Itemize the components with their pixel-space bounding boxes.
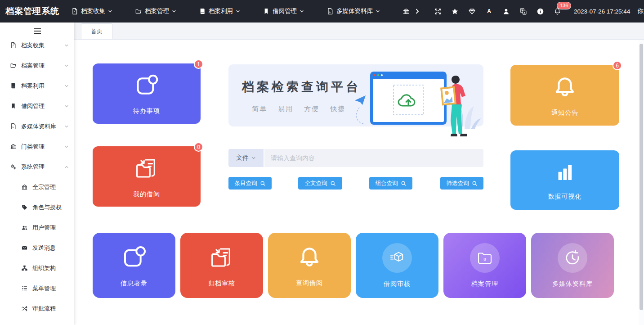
tile-my-borrow[interactable]: 0 我的借阅 [93, 146, 201, 207]
list-icon [21, 285, 28, 292]
top-menu: 档案收集 档案管理 档案利用 借阅管理 多媒体资料库 门类管理 [71, 7, 411, 15]
nav-item-archive-usage[interactable]: 档案利用 [199, 7, 240, 15]
sidebar-item-send-message[interactable]: 发送消息 [0, 238, 74, 258]
chevron-down-icon [172, 9, 176, 14]
chevron-down-icon [64, 144, 69, 149]
bell-icon [551, 74, 579, 102]
sidebar-item-multimedia-library[interactable]: 多媒体资料库 [0, 116, 74, 136]
tag-icon [21, 204, 28, 211]
sidebar-item-user-management[interactable]: 用户管理 [0, 217, 74, 238]
tab-bar: 首页 [74, 23, 644, 40]
sidebar-menu: 档案收集 档案管理 档案利用 借阅管理 多媒体资料库 门类管理 [0, 35, 74, 319]
nav-item-multimedia-library[interactable]: 多媒体资料库 [326, 7, 380, 15]
nav-item-borrow-management[interactable]: 借阅管理 [263, 7, 304, 15]
app-card-query-borrow[interactable]: 查询借阅 [268, 233, 351, 298]
banner-illustration [349, 66, 483, 142]
sidebar-item-archive-usage[interactable]: 档案利用 [0, 76, 74, 96]
sidebar-item-approval-flow[interactable]: 审批流程 [0, 298, 74, 319]
scrollbar-thumb[interactable] [640, 44, 643, 310]
search-type-select[interactable]: 文件 [228, 149, 264, 167]
vertical-scrollbar[interactable] [639, 40, 644, 325]
svg-text:A: A [487, 8, 491, 14]
filter-query-button[interactable]: 筛选查询 [440, 177, 483, 190]
folder-document-icon [132, 154, 161, 183]
combined-query-button[interactable]: 组合查询 [369, 177, 412, 190]
sidebar-item-menu-management[interactable]: 菜单管理 [0, 278, 74, 298]
app-card-archive-management[interactable]: 8 档案管理 [443, 233, 526, 298]
shuffle-icon [21, 305, 28, 312]
fulltext-query-button[interactable]: 全文查询 [298, 177, 342, 190]
search-input[interactable] [264, 149, 483, 167]
search-icon [401, 181, 407, 186]
sidebar-item-roles-authorization[interactable]: 角色与授权 [0, 197, 74, 217]
svg-text:A: A [523, 11, 526, 14]
search-bar: 文件 [228, 149, 483, 167]
chevron-down-icon [300, 9, 304, 14]
sidebar-item-borrow-management[interactable]: 借阅管理 [0, 96, 74, 116]
tab-home[interactable]: 首页 [81, 23, 112, 39]
nav-item-archive-management[interactable]: 档案管理 [135, 7, 176, 15]
top-navbar: 档案管理系统 档案收集 档案管理 档案利用 借阅管理 多媒体资料库 [0, 0, 644, 23]
bank-icon [402, 8, 410, 15]
sidebar-item-category-management[interactable]: 门类管理 [0, 136, 74, 157]
font-size-icon[interactable]: A [485, 8, 493, 15]
star-icon[interactable] [451, 8, 459, 15]
chevron-down-icon [64, 124, 69, 129]
file-media-icon [10, 123, 17, 130]
bell-icon[interactable]: 136 [554, 8, 561, 15]
folder-document-icon [207, 244, 236, 272]
gears-icon [10, 163, 17, 170]
todo-badge: 1 [194, 59, 203, 69]
tile-notice[interactable]: 6 通知公告 [510, 65, 619, 126]
sidebar-item-archive-collection[interactable]: 档案收集 [0, 35, 74, 55]
translate-icon[interactable]: A [519, 8, 527, 15]
info-icon[interactable] [537, 8, 544, 15]
datetime: 2023-07-26 17:25:44 [574, 8, 630, 15]
chevron-down-icon [64, 104, 69, 108]
envelope-icon [21, 244, 28, 251]
sidebar: 档案收集 档案管理 档案利用 借阅管理 多媒体资料库 门类管理 [0, 23, 74, 325]
app-card-borrow-review[interactable]: 借阅审核 [356, 233, 438, 298]
sidebar-item-fonds-management[interactable]: 全宗管理 [0, 177, 74, 197]
file-pdf-icon [71, 8, 78, 15]
chevron-down-icon [376, 9, 380, 14]
sidebar-item-organization[interactable]: 组织架构 [0, 258, 74, 278]
fullscreen-icon[interactable] [434, 8, 442, 15]
chevron-down-icon [108, 9, 112, 14]
sitemap-icon [21, 265, 28, 271]
bank-icon [10, 143, 17, 150]
tile-todo[interactable]: 1 待办事项 [93, 63, 201, 124]
banner-subtitle: 简单 易用 方便 快捷 [252, 105, 355, 113]
entry-query-button[interactable]: 条目查询 [228, 177, 272, 190]
sidebar-item-system-management[interactable]: 系统管理 [0, 157, 74, 177]
banner-title: 档案检索查询平台 [242, 79, 361, 95]
chevron-up-icon [64, 165, 69, 169]
gem-icon[interactable] [468, 8, 476, 15]
my-borrow-badge: 0 [194, 142, 203, 152]
bell-icon [295, 244, 323, 272]
book-icon [10, 82, 17, 89]
app-card-multimedia-library[interactable]: 多媒体资料库 [531, 233, 614, 298]
nav-item-category-management[interactable]: 门类管理 [402, 7, 411, 15]
notice-badge: 6 [613, 61, 622, 70]
chevron-down-icon [64, 43, 69, 48]
file-media-icon [326, 8, 334, 15]
app-card-info-entry[interactable]: 信息著录 [93, 233, 175, 298]
history-clock-icon [558, 243, 587, 273]
book-icon [199, 8, 206, 15]
sidebar-item-archive-management[interactable]: 档案管理 [0, 55, 74, 76]
hamburger-icon[interactable] [33, 28, 41, 34]
user-greeting: 你好 杨标 [637, 7, 644, 15]
user-icon[interactable] [502, 8, 510, 15]
bookmark-icon [10, 103, 17, 109]
chevron-down-icon [64, 84, 69, 88]
chevron-right-icon[interactable] [414, 8, 420, 14]
cube-list-icon [382, 243, 412, 273]
search-icon [472, 181, 478, 186]
folder-lock-icon: 8 [470, 243, 500, 273]
navbar-toolbar: A A 136 [434, 8, 561, 15]
app-card-archive-review[interactable]: 归档审核 [180, 233, 263, 298]
bank-icon [21, 184, 28, 190]
nav-item-archive-collection[interactable]: 档案收集 [71, 7, 112, 15]
tile-data-visualization[interactable]: 数据可视化 [510, 150, 619, 210]
